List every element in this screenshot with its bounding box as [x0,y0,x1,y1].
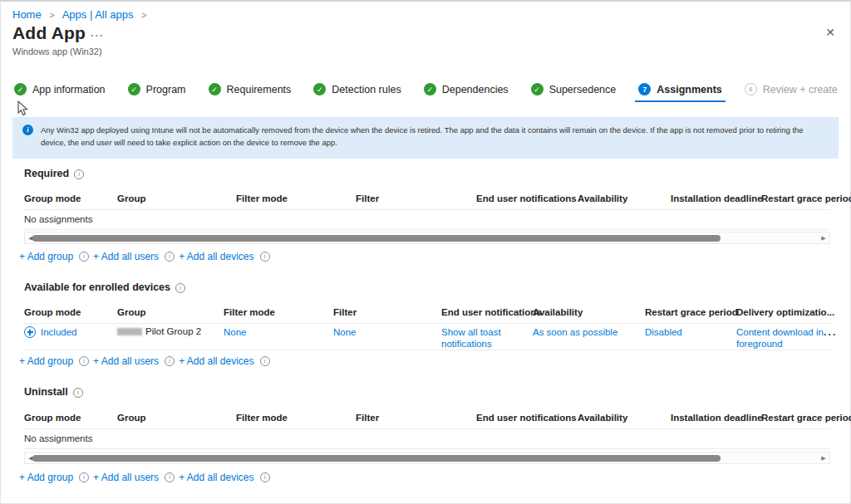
add-all-users-link[interactable]: + Add all users [93,251,159,262]
available-table: Group mode Group Filter mode Filter End … [24,306,830,350]
col-group-mode: Group mode [24,413,81,423]
info-icon[interactable]: i [165,472,175,482]
plus-circle-icon [24,326,36,338]
info-icon[interactable]: i [74,169,84,179]
step-number-badge: 8 [745,83,757,95]
col-filter: Filter [356,413,379,423]
scroll-right-icon[interactable]: ▶ [819,453,829,463]
empty-row: No assignments [24,210,830,230]
page-subtitle: Windows app (Win32) [12,46,102,56]
info-icon[interactable]: i [165,252,175,262]
section-title-required: Requiredi [24,168,84,179]
table-header-row: Group mode Group Filter mode Filter End … [24,411,830,429]
add-all-devices-link[interactable]: + Add all devices [179,251,253,262]
info-icon: i [22,125,33,135]
info-icon[interactable]: i [73,388,83,398]
col-restart-grace-period: Restart grace period [645,307,738,317]
col-end-user-notifications: End user notifications [476,193,577,203]
check-icon: ✓ [424,83,436,95]
step-app-information[interactable]: ✓ App information [14,83,106,95]
info-icon[interactable]: i [175,283,185,293]
add-group-link[interactable]: + Add group [19,251,73,262]
col-restart-grace-period: Restart grace period [761,413,851,423]
add-all-users-link[interactable]: + Add all users [93,355,159,367]
step-number-badge: 7 [638,83,651,95]
info-banner: i Any Win32 app deployed using Intune wi… [12,117,839,159]
col-end-user-notifications: End user notifications [441,307,542,317]
check-icon: ✓ [313,83,326,95]
more-icon[interactable]: ··· [91,29,104,42]
available-add-links: + Add groupi + Add all usersi + Add all … [19,355,270,367]
step-detection-rules[interactable]: ✓ Detection rules [313,83,401,95]
info-icon[interactable]: i [260,472,270,482]
close-icon[interactable]: ✕ [825,27,835,38]
col-availability: Availability [578,413,627,423]
col-availability: Availability [578,193,627,203]
scrollbar-thumb[interactable] [32,455,721,462]
col-group-mode: Group mode [24,193,81,203]
add-group-link[interactable]: + Add group [19,472,73,483]
table-header-row: Group mode Group Filter mode Filter End … [24,306,830,324]
col-filter-mode: Filter mode [224,307,275,317]
col-end-user-notifications: End user notifications [476,413,577,423]
no-assignments-text: No assignments [24,214,92,224]
info-icon[interactable]: i [79,356,89,366]
add-group-link[interactable]: + Add group [19,355,73,367]
step-requirements[interactable]: ✓ Requirements [209,83,292,95]
uninstall-add-links: + Add groupi + Add all usersi + Add all … [19,472,270,483]
col-filter: Filter [333,307,357,317]
breadcrumb-separator: > [49,10,54,20]
no-assignments-text: No assignments [24,433,92,443]
mouse-cursor [17,100,28,116]
info-icon[interactable]: i [165,356,175,366]
group-mode-included[interactable]: Included [24,326,76,338]
step-supersedence[interactable]: ✓ Supersedence [531,83,617,95]
col-group: Group [117,413,146,423]
horizontal-scrollbar[interactable]: ◀ ▶ [24,232,830,244]
breadcrumb-separator: > [141,10,146,20]
assignment-row: Included Pilot Group 2 None None Show al… [24,324,830,350]
add-all-devices-link[interactable]: + Add all devices [179,355,253,367]
col-group-mode: Group mode [24,307,81,317]
required-table: Group mode Group Filter mode Filter End … [24,192,830,230]
step-assignments[interactable]: 7 Assignments [638,83,722,95]
step-dependencies[interactable]: ✓ Dependencies [424,83,509,95]
group-name-cell: Pilot Group 2 [117,326,201,336]
filter-mode-link[interactable]: None [224,326,247,338]
section-title-uninstall: Uninstalli [24,386,83,398]
redacted-text [117,328,142,335]
restart-grace-period-link[interactable]: Disabled [645,326,682,338]
horizontal-scrollbar[interactable]: ◀ ▶ [24,452,830,464]
col-installation-deadline: Installation deadline [671,413,763,423]
step-program[interactable]: ✓ Program [128,83,186,95]
col-filter-mode: Filter mode [236,193,288,203]
info-icon[interactable]: i [79,252,89,262]
table-header-row: Group mode Group Filter mode Filter End … [24,192,830,210]
col-availability: Availability [533,307,583,317]
check-icon: ✓ [209,83,221,95]
info-icon[interactable]: i [260,356,270,366]
add-all-devices-link[interactable]: + Add all devices [179,472,253,483]
breadcrumb-home[interactable]: Home [12,8,42,21]
uninstall-table: Group mode Group Filter mode Filter End … [24,411,830,449]
col-filter: Filter [356,193,379,203]
breadcrumb-all-apps[interactable]: Apps | All apps [62,8,134,21]
info-icon[interactable]: i [260,252,270,262]
row-context-menu-icon[interactable]: ··· [824,329,838,340]
add-app-panel: Home > Apps | All apps > Add App ··· Win… [0,0,851,504]
col-group: Group [117,307,146,317]
breadcrumb: Home > Apps | All apps > [12,8,151,21]
col-filter-mode: Filter mode [236,413,288,423]
info-banner-text: Any Win32 app deployed using Intune will… [41,125,804,147]
scroll-right-icon[interactable]: ▶ [819,232,829,243]
filter-link[interactable]: None [333,326,357,338]
check-icon: ✓ [14,83,27,95]
availability-link[interactable]: As soon as possible [533,326,617,338]
end-user-notifications-link[interactable]: Show all toast notifications [441,326,524,350]
step-review-create: 8 Review + create [745,83,838,95]
add-all-users-link[interactable]: + Add all users [93,472,159,483]
scrollbar-thumb[interactable] [32,235,721,242]
info-icon[interactable]: i [79,472,89,482]
page-title: Add App [12,23,86,43]
required-add-links: + Add groupi + Add all usersi + Add all … [19,251,270,262]
